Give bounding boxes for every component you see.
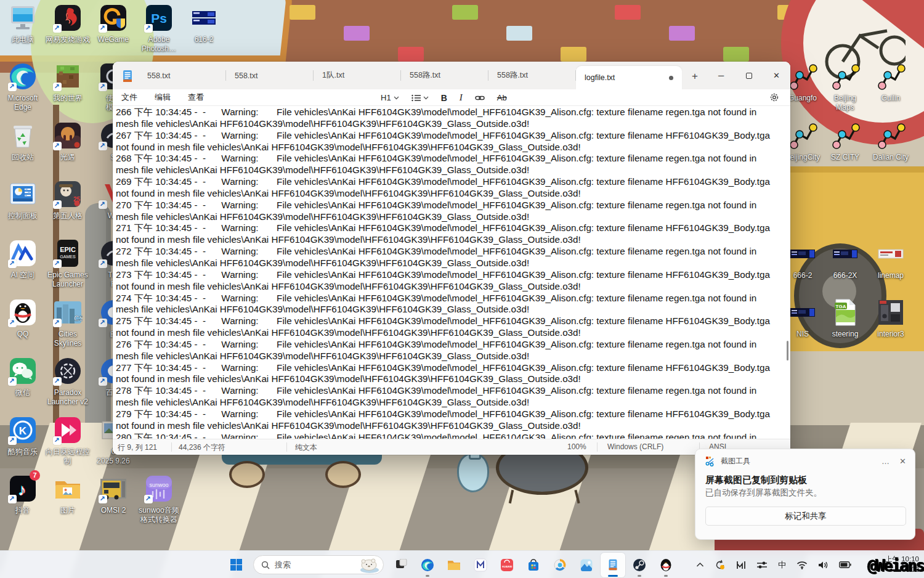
wifi-icon[interactable]	[796, 561, 808, 569]
notification-app-name: 截图工具	[721, 456, 750, 466]
desktop-icon-kugou[interactable]: K 酷狗音乐	[0, 415, 46, 457]
desktop-icon-file-666-2x[interactable]: 666-2X	[822, 239, 868, 280]
desktop-icon-wechat[interactable]: 微信	[0, 356, 46, 397]
desktop-icon-minecraft[interactable]: 我的世界	[45, 62, 91, 103]
cpanel-icon	[8, 179, 38, 209]
svg-text:♪: ♪	[18, 481, 26, 499]
desktop-icon-sunflower[interactable]: 向日葵远程控制	[45, 415, 91, 465]
shortcut-arrow-icon	[99, 377, 107, 386]
taskbar-item-ms-store[interactable]	[521, 553, 546, 577]
tray-update-icon[interactable]	[715, 560, 726, 571]
desktop-icon-dalian-city[interactable]: Dalian City	[868, 121, 914, 162]
log-line: 278 下午 10:34:45 - - Warning: File vehicl…	[116, 385, 779, 409]
taskbar-item-qq[interactable]	[654, 553, 678, 577]
notification-more-button[interactable]: …	[881, 457, 890, 466]
desktop-icon-sunwoo[interactable]: sunwoo sunwoo音频 格式转换器	[136, 474, 182, 524]
notepad-tab-3[interactable]: 1队.txt	[314, 62, 401, 89]
ime-indicator[interactable]: 中	[778, 560, 786, 571]
gear-icon[interactable]	[769, 92, 779, 102]
notepad-tab-active[interactable]: logfile.txt	[576, 66, 682, 89]
desktop-icon-netease[interactable]: 网易发烧游戏	[45, 3, 91, 44]
maximize-button[interactable]	[735, 62, 763, 89]
menu-edit[interactable]: 编辑	[146, 92, 179, 103]
notepad-tab-5[interactable]: 558路.txt	[488, 62, 576, 89]
taskbar-item-steam[interactable]	[627, 553, 652, 577]
desktop-icon-label: linemap	[868, 271, 914, 280]
kugou-icon: K	[8, 415, 38, 445]
desktop-icon-epic[interactable]: EPICGAMES Epic Games Launcher	[45, 238, 91, 288]
notepad-tab-2[interactable]: 558.txt	[226, 62, 314, 89]
shortcut-arrow-icon	[53, 377, 62, 386]
desktop-icon-ai-space[interactable]: AI 空间	[0, 238, 46, 280]
minimize-button[interactable]: ─	[707, 62, 735, 89]
desktop-icon-omsi2[interactable]: OMSI 2	[91, 474, 136, 515]
desktop-icon-file-616-2[interactable]: 616-2	[181, 3, 227, 44]
desktop-icon-sz-city[interactable]: SZ CITY	[822, 121, 868, 162]
clear-format-button[interactable]: Ab	[497, 93, 507, 102]
taskbar-item-gear-app[interactable]	[548, 553, 572, 577]
taskbar-item-m-app[interactable]	[468, 553, 493, 577]
desktop-icon-this-pc[interactable]: 此电脑	[0, 3, 46, 44]
desktop-icon-guilin[interactable]: Guilin	[868, 62, 914, 103]
notepad-editor[interactable]: 266 下午 10:34:45 - - Warning: File vehicl…	[113, 106, 790, 439]
link-button[interactable]	[475, 94, 485, 102]
markup-share-button[interactable]: 标记和共享	[705, 507, 906, 526]
start-button[interactable]	[224, 553, 248, 577]
desktop-icon-pictures[interactable]: 图片	[45, 474, 91, 515]
notepad-tab-4[interactable]: 558路.txt	[401, 62, 488, 89]
search-input[interactable]: 搜索	[253, 555, 384, 574]
bold-button[interactable]: B	[441, 93, 447, 103]
menu-view[interactable]: 查看	[179, 92, 213, 103]
taskbar-item-edge[interactable]	[415, 553, 440, 577]
desktop-icon-interior3[interactable]: interior3	[868, 298, 914, 339]
status-doc-type: 纯文本	[295, 442, 317, 453]
desktop-icon-steering[interactable]: TGA steering	[822, 298, 868, 339]
menu-file[interactable]: 文件	[113, 92, 146, 103]
desktop-icon-cities[interactable]: CS Cities Skylines	[45, 298, 91, 348]
tray-m-icon[interactable]	[736, 561, 746, 569]
taskbar-item-photos[interactable]	[574, 553, 599, 577]
desktop-icon-wegame[interactable]: WeGame	[91, 3, 136, 44]
desktop-icon-paradox[interactable]: Paradox Launcher v2	[45, 356, 91, 406]
heading-dropdown[interactable]: H1	[381, 93, 399, 102]
close-button[interactable]: ✕	[763, 62, 790, 89]
douyin-icon: ♪♪♪7	[8, 474, 38, 503]
recycle-icon	[8, 121, 38, 150]
chevron-down-icon	[394, 96, 399, 100]
desktop-icon-beijing-maps[interactable]: Beijing Maps	[822, 62, 868, 112]
log-line: 267 下午 10:34:45 - - Warning: File vehicl…	[116, 130, 779, 153]
desktop-icon-photoshop[interactable]: Ps Adobe Photosh…	[136, 3, 182, 53]
notepad-titlebar[interactable]: 558.txt558.txt1队.txt558路.txt558路.txtlogf…	[113, 62, 790, 89]
tray-chevron-up-icon[interactable]	[696, 562, 704, 568]
desktop-icon-recycle[interactable]: 回收站	[0, 121, 46, 162]
tray-toggles-icon[interactable]	[756, 561, 768, 569]
status-zoom-level[interactable]: 100%	[567, 442, 586, 451]
wallpaper-paw	[325, 461, 361, 488]
notepad-tab-1[interactable]: 558.txt	[139, 62, 226, 89]
desktop-icon-idv[interactable]: 25 第五人格	[45, 179, 91, 221]
desktop-icon-label: WeGame	[91, 35, 136, 44]
list-icon	[411, 94, 421, 102]
taskbar-item-notepad[interactable]	[601, 553, 625, 577]
desktop-icon-edge[interactable]: Microsoft Edge	[0, 62, 46, 112]
sz-city-icon	[830, 121, 860, 150]
desktop-icon-qq[interactable]: QQ	[0, 298, 46, 339]
interior3-icon	[876, 298, 906, 327]
desktop-icon-douyin[interactable]: ♪♪♪7 抖音	[0, 474, 46, 515]
desktop-icon-cpanel[interactable]: 控制面板	[0, 179, 46, 221]
desktop-icon-label: 616-2	[181, 35, 227, 44]
taskbar-item-explorer[interactable]	[442, 553, 466, 577]
list-dropdown[interactable]	[411, 94, 429, 102]
desktop-icon-sky[interactable]: 光遇	[45, 121, 91, 162]
status-line-ending[interactable]: Windows (CRLF)	[607, 442, 663, 451]
taskbar-item-huawei-store[interactable]: HUAWEI	[495, 553, 519, 577]
italic-button[interactable]: I	[460, 92, 463, 103]
volume-icon[interactable]	[818, 561, 829, 569]
notification-close-button[interactable]: ✕	[899, 457, 906, 466]
taskbar-item-taskview[interactable]	[389, 553, 413, 577]
vertical-scrollbar[interactable]	[787, 341, 788, 360]
desktop-icon-linemap[interactable]: linemap	[868, 239, 914, 280]
new-tab-button[interactable]: +	[684, 66, 705, 87]
battery-icon[interactable]	[839, 561, 851, 568]
notification-badge: 7	[30, 470, 40, 481]
